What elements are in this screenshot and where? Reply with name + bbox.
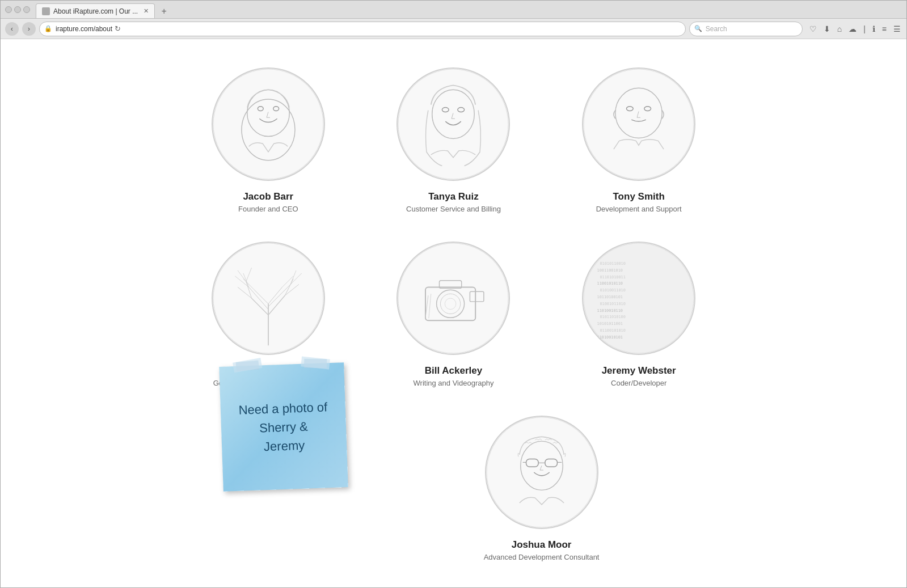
minimize-button[interactable] [5, 6, 12, 13]
svg-point-9 [584, 69, 694, 179]
browser-frame: About iRapture.com | Our ... ✕ + ‹ › 🔒 i… [0, 0, 907, 588]
svg-point-33 [398, 243, 508, 353]
member-role-joshua-moor: Advanced Development Consultant [484, 553, 600, 561]
member-name-bill-ackerley: Bill Ackerley [425, 365, 482, 377]
member-name-tanya-ruiz: Tanya Ruiz [428, 191, 478, 202]
sticky-note-text: Need a photo ofSherry &Jeremy [232, 391, 335, 462]
member-name-jacob-barr: Jacob Barr [243, 191, 293, 202]
lock-icon: 🔒 [44, 25, 52, 32]
avatar-jeremy-webster: 01010110010 10011001010 01101010011 1100… [582, 242, 695, 355]
bookmark-icon[interactable]: ♡ [808, 23, 818, 35]
new-tab-button[interactable]: + [157, 5, 171, 18]
svg-text:01011010100: 01011010100 [600, 315, 626, 319]
back-button[interactable]: ‹ [5, 22, 19, 36]
avatar-joshua-moor [485, 416, 598, 529]
forward-button[interactable]: › [22, 22, 36, 36]
url-bar[interactable]: 🔒 irapture.com/about ↻ [39, 22, 686, 36]
svg-point-55 [487, 417, 597, 527]
team-member-tanya-ruiz: Tanya Ruiz Customer Service and Billing [372, 67, 535, 213]
svg-text:01101010011: 01101010011 [600, 275, 626, 280]
team-member-bill-ackerley: Bill Ackerley Writing and Videography [372, 242, 535, 387]
member-role-jeremy-webster: Coder/Developer [611, 379, 666, 387]
refresh-icon[interactable]: ↻ [115, 24, 121, 33]
tab-close-button[interactable]: ✕ [144, 7, 149, 15]
team-member-tony-smith: Tony Smith Development and Support [558, 67, 720, 213]
search-bar[interactable]: 🔍 Search [689, 22, 803, 36]
maximize-button[interactable] [14, 6, 21, 13]
team-member-jacob-barr: Jacob Barr Founder and CEO [187, 67, 350, 213]
avatar-jacob-barr [212, 67, 325, 181]
svg-text:10101011001: 10101011001 [597, 322, 623, 326]
cloud-icon[interactable]: ☁ [847, 23, 858, 35]
avatar-tanya-ruiz [396, 67, 510, 181]
member-role-tony-smith: Development and Support [596, 205, 682, 213]
search-placeholder: Search [706, 25, 727, 33]
avatar-tony-smith [582, 67, 695, 181]
svg-text:11010010101: 11010010101 [597, 335, 623, 340]
svg-text:01010110010: 01010110010 [600, 261, 626, 266]
url-text: irapture.com/about [56, 25, 112, 33]
svg-point-0 [213, 69, 323, 179]
svg-text:01100101010: 01100101010 [600, 328, 626, 333]
member-name-joshua-moor: Joshua Moor [512, 539, 572, 551]
avatar-bill-ackerley [396, 242, 510, 355]
title-bar: About iRapture.com | Our ... ✕ + [1, 1, 906, 19]
svg-text:11001010110: 11001010110 [597, 281, 623, 286]
tab-favicon [42, 7, 50, 15]
team-member-joshua-moor: Joshua Moor Advanced Development Consult… [484, 416, 600, 561]
page-content: Jacob Barr Founder and CEO [1, 39, 906, 587]
layers-icon[interactable]: ≡ [881, 23, 888, 35]
member-role-jacob-barr: Founder and CEO [238, 205, 298, 213]
team-member-jeremy-webster: 01010110010 10011001010 01101010011 1100… [558, 242, 720, 387]
tab-title: About iRapture.com | Our ... [53, 7, 138, 15]
info-icon[interactable]: ℹ [871, 23, 876, 35]
window-controls [5, 6, 30, 13]
toolbar-icons: ♡ ⬇ ⌂ ☁ | ℹ ≡ ☰ [808, 23, 902, 35]
member-role-bill-ackerley: Writing and Videography [414, 379, 494, 387]
svg-text:10110100101: 10110100101 [597, 295, 623, 299]
svg-text:01001011010: 01001011010 [600, 302, 626, 306]
address-bar: ‹ › 🔒 irapture.com/about ↻ 🔍 Search ♡ ⬇ … [1, 19, 906, 39]
close-button[interactable] [23, 6, 30, 13]
member-name-jeremy-webster: Jeremy Webster [602, 365, 676, 377]
svg-text:10011001010: 10011001010 [597, 268, 623, 273]
sticky-note: Need a photo ofSherry &Jeremy [219, 362, 348, 492]
svg-text:11010010110: 11010010110 [597, 308, 623, 313]
tape-right [301, 356, 330, 369]
separator: | [862, 23, 867, 35]
home-icon[interactable]: ⌂ [836, 23, 843, 35]
svg-text:01010011010: 01010011010 [600, 288, 626, 293]
member-role-tanya-ruiz: Customer Service and Billing [406, 205, 501, 213]
menu-icon[interactable]: ☰ [892, 23, 902, 35]
download-icon[interactable]: ⬇ [822, 23, 832, 35]
active-tab[interactable]: About iRapture.com | Our ... ✕ [36, 3, 155, 18]
search-icon: 🔍 [694, 25, 702, 32]
avatar-sherry-johnson [212, 242, 325, 355]
member-name-tony-smith: Tony Smith [613, 191, 665, 202]
tab-bar: About iRapture.com | Our ... ✕ + [36, 1, 902, 18]
